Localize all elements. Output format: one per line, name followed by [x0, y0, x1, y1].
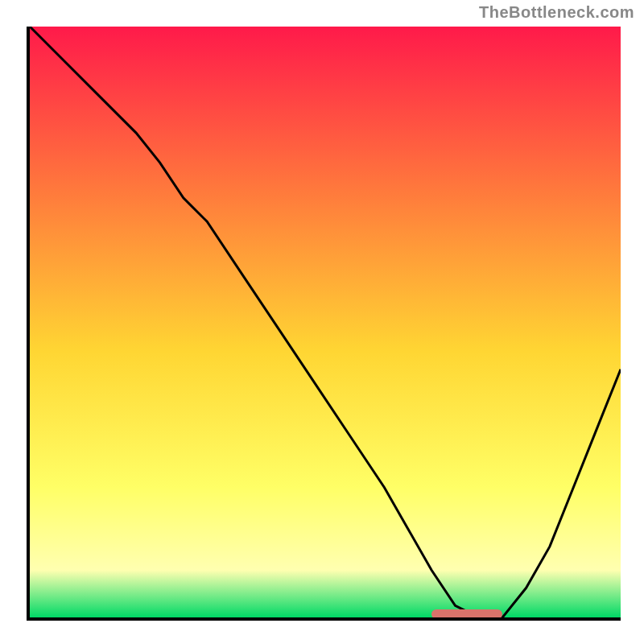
- minimum-marker: [431, 609, 502, 619]
- bottleneck-curve-path: [30, 27, 621, 617]
- chart-curve: [30, 27, 621, 617]
- plot-area: [27, 27, 621, 621]
- watermark-text: TheBottleneck.com: [479, 3, 634, 22]
